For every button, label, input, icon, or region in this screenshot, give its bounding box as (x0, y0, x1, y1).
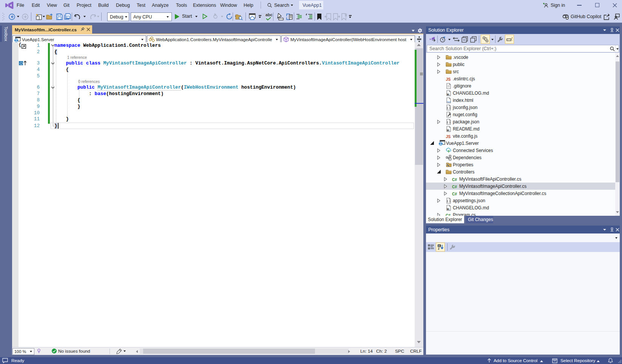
svg-text:Z: Z (438, 247, 440, 250)
svg-text:A: A (438, 244, 440, 247)
